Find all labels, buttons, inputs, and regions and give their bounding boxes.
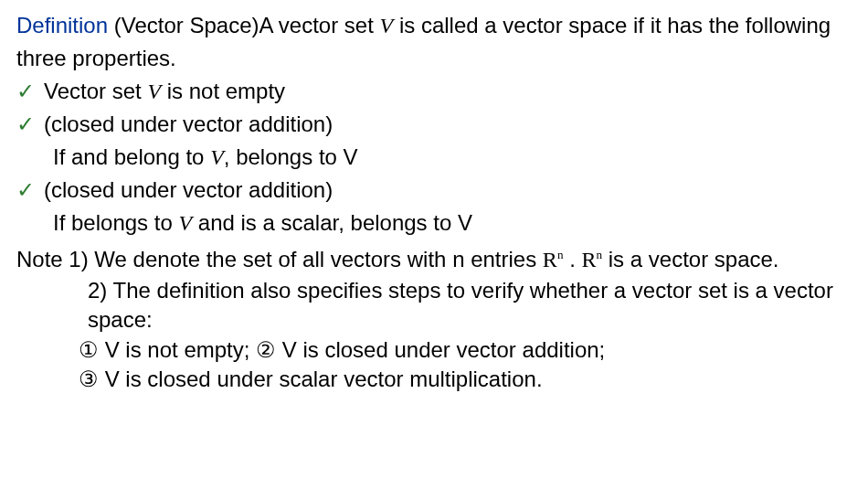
bullet-2-sub-b: , belongs to V [224, 144, 358, 169]
bullet-3-sub-a: If belongs to [53, 210, 178, 235]
var-v: V [178, 211, 192, 235]
step-3: ③ V is closed under scalar vector multip… [79, 367, 543, 391]
bullet-2-text: (closed under vector addition) [44, 112, 333, 136]
bullet-3-sub: If belongs to V and is a scalar, belongs… [16, 207, 852, 239]
note-2: 2) The definition also specifies steps t… [16, 276, 852, 335]
bullet-2-sub-a: If and belong to [53, 144, 210, 169]
rn-2: Rn [581, 248, 602, 271]
rn-base: R [543, 248, 557, 271]
slide-content: Definition (Vector Space)A vector set V … [0, 0, 868, 395]
note-1-a: Note 1) We denote the set of all vectors… [16, 247, 543, 271]
var-v: V [147, 80, 161, 103]
checkmark-icon: ✓ [16, 177, 35, 202]
steps-line-2: ③ V is closed under scalar vector multip… [16, 365, 852, 394]
bullet-1-text-a: Vector set [44, 79, 147, 103]
bullet-2: ✓(closed under vector addition) [16, 108, 852, 141]
bullet-1: ✓Vector set V is not empty [16, 75, 852, 108]
definition-heading: Definition (Vector Space)A vector set V … [16, 9, 852, 75]
steps-line-1: ① V is not empty; ② V is closed under ve… [16, 335, 852, 365]
bullet-3-text: (closed under vector addition) [44, 177, 333, 202]
note-2-text: 2) The definition also specifies steps t… [88, 278, 833, 332]
def-body-1: A vector set [259, 13, 379, 37]
definition-label: Definition [16, 13, 108, 37]
var-v: V [210, 145, 224, 169]
note-1: Note 1) We denote the set of all vectors… [16, 243, 852, 276]
bullet-3-sub-b: and is a scalar, belongs to V [192, 210, 472, 235]
rn-base: R [581, 248, 596, 271]
var-v: V [380, 14, 394, 37]
checkmark-icon: ✓ [16, 112, 35, 136]
rn-1: Rn [543, 248, 564, 271]
checkmark-icon: ✓ [16, 79, 35, 103]
step-1-2: ① V is not empty; ② V is closed under ve… [79, 337, 605, 362]
bullet-1-text-b: is not empty [161, 79, 285, 103]
definition-title: (Vector Space) [108, 13, 259, 37]
note-1-c: is a vector space. [602, 247, 778, 271]
bullet-3: ✓(closed under vector addition) [16, 174, 852, 207]
bullet-2-sub: If and belong to V, belongs to V [16, 141, 852, 174]
note-1-b: . [563, 247, 581, 271]
